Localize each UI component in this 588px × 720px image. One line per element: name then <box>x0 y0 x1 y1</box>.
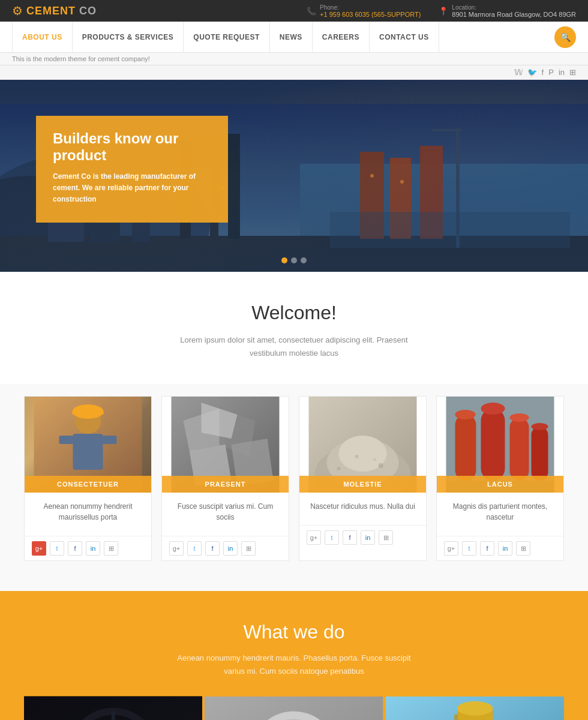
nav-quote-request[interactable]: QUOTE REQUEST <box>184 22 270 53</box>
phone-label: Phone: <box>320 4 421 11</box>
top-bar: ⚙ CEMENT CO 📞 Phone: +1 959 603 6035 (56… <box>0 0 588 22</box>
card-3-twitter-icon[interactable]: t <box>325 530 339 545</box>
card-4-image: LACUS <box>437 397 563 493</box>
card-2-label: PRAESENT <box>162 476 289 493</box>
card-1-twitter-icon[interactable]: t <box>50 541 64 556</box>
location-icon: 📍 <box>439 7 448 16</box>
card-2-twitter-icon[interactable]: t <box>187 541 202 556</box>
what-we-do-title: What we do <box>24 621 564 643</box>
card-3-facebook-icon[interactable]: f <box>343 530 357 545</box>
portfolio-item-2[interactable] <box>205 696 383 720</box>
hero-title: Builders know our product <box>53 130 211 164</box>
logo-text: CEMENT CO <box>26 5 97 17</box>
svg-point-46 <box>481 403 505 415</box>
hero-dot-1[interactable] <box>281 257 287 263</box>
svg-rect-15 <box>432 129 462 131</box>
card-3-image: MOLESTIE <box>299 397 426 493</box>
svg-rect-26 <box>59 436 74 444</box>
ticker-bar: This is the modern theme for cement comp… <box>0 53 588 65</box>
card-2-gplus-icon[interactable]: g+ <box>169 541 184 556</box>
svg-rect-45 <box>481 409 505 481</box>
ticker-text: This is the modern theme for cement comp… <box>12 55 150 62</box>
portfolio-grid: Praesent vestibulum Lorem ipsum dolor si… <box>24 696 564 720</box>
svg-rect-43 <box>455 415 476 481</box>
what-we-do-subtitle: Aenean nonummy hendrerit mauris. Phasell… <box>24 652 564 678</box>
card-3: MOLESTIE Nascetur ridiculus mus. Nulla d… <box>299 396 427 561</box>
logo[interactable]: ⚙ CEMENT CO <box>12 4 97 18</box>
portfolio-item-1-overlay: Praesent vestibulum Lorem ipsum dolor si… <box>24 696 202 720</box>
gear-icon: ⚙ <box>12 4 23 18</box>
hero-description: Cement Co is the leading manufacturer of… <box>53 171 211 206</box>
location-address: 8901 Marmora Road Glasgow, DO4 89GR <box>452 11 576 18</box>
svg-rect-47 <box>510 418 529 481</box>
nav-careers[interactable]: CAREERS <box>313 22 370 53</box>
card-3-gplus-icon[interactable]: g+ <box>307 530 321 545</box>
card-4-gplus-icon[interactable]: g+ <box>444 541 458 556</box>
card-1-linkedin-icon[interactable]: in <box>86 541 100 556</box>
card-4-linkedin-icon[interactable]: in <box>498 541 512 556</box>
card-4-facebook-icon[interactable]: f <box>480 541 494 556</box>
svg-rect-80 <box>454 715 458 720</box>
search-button[interactable]: 🔍 <box>554 26 576 48</box>
cards-section: CONSECTETUER Aenean nonummy hendrerit ma… <box>0 384 588 591</box>
portfolio-item-1[interactable]: Praesent vestibulum Lorem ipsum dolor si… <box>24 696 202 720</box>
card-3-linkedin-icon[interactable]: in <box>361 530 375 545</box>
social-rss-icon[interactable]: ⊞ <box>569 68 576 77</box>
nav-contact-us[interactable]: CONTACT US <box>370 22 439 53</box>
card-4-label: LACUS <box>437 476 563 493</box>
nav-bar: ABOUT US PRODUCTS & SERVICES QUOTE REQUE… <box>0 22 588 53</box>
card-1-label: CONSECTETUER <box>25 476 151 493</box>
card-2: PRAESENT Fusce suscipit varius mi. Cum s… <box>161 396 289 561</box>
social-facebook-icon[interactable]: f <box>542 68 544 77</box>
card-2-linkedin-icon[interactable]: in <box>223 541 238 556</box>
portfolio-item-2-svg <box>205 696 383 720</box>
social-pinterest-icon[interactable]: P <box>548 68 554 77</box>
svg-point-41 <box>374 458 376 461</box>
svg-point-38 <box>337 467 341 470</box>
phone-number: +1 959 603 6035 (565-SUPPORT) <box>320 11 421 18</box>
social-bar: 𝕎 🐦 f P in ⊞ <box>0 65 588 80</box>
card-2-body: Fusce suscipit varius mi. Cum sociis <box>162 493 289 536</box>
card-3-body: Nascetur ridiculus mus. Nulla dui <box>299 493 426 525</box>
card-1-image: CONSECTETUER <box>25 397 151 493</box>
card-4-rss-icon[interactable]: ⊞ <box>516 541 530 556</box>
svg-point-39 <box>379 463 383 468</box>
hero-dot-2[interactable] <box>291 257 297 263</box>
hero-dot-3[interactable] <box>301 257 307 263</box>
what-we-do-section: What we do Aenean nonummy hendrerit maur… <box>0 591 588 720</box>
card-4-twitter-icon[interactable]: t <box>462 541 476 556</box>
portfolio-item-3[interactable] <box>386 696 564 720</box>
card-3-rss-icon[interactable]: ⊞ <box>379 530 393 545</box>
card-1-facebook-icon[interactable]: f <box>68 541 82 556</box>
nav-news[interactable]: NEWS <box>270 22 313 53</box>
card-4-body: Magnis dis parturient montes, nascetur <box>437 493 563 536</box>
top-bar-contact: 📞 Phone: +1 959 603 6035 (565-SUPPORT) 📍… <box>307 4 576 18</box>
svg-point-48 <box>510 413 529 422</box>
svg-point-40 <box>355 455 359 458</box>
svg-point-18 <box>370 174 374 178</box>
location-info: 📍 Location: 8901 Marmora Road Glasgow, D… <box>439 4 576 18</box>
card-1-rss-icon[interactable]: ⊞ <box>104 541 118 556</box>
svg-rect-49 <box>532 427 548 481</box>
card-4-social: g+ t f in ⊞ <box>437 536 563 560</box>
card-2-image: PRAESENT <box>162 397 289 493</box>
svg-point-44 <box>455 410 476 419</box>
card-1-social: g+ t f in ⊞ <box>25 536 151 560</box>
social-twitter-icon[interactable]: 🐦 <box>527 68 537 77</box>
card-2-facebook-icon[interactable]: f <box>205 541 220 556</box>
hero-overlay: Builders know our product Cement Co is t… <box>36 116 228 223</box>
card-1-gplus-icon[interactable]: g+ <box>32 541 46 556</box>
card-2-rss-icon[interactable]: ⊞ <box>241 541 256 556</box>
card-1-body: Aenean nonummy hendrerit maurissellus po… <box>25 493 151 536</box>
social-weibo-icon[interactable]: 𝕎 <box>514 68 523 77</box>
location-label: Location: <box>452 4 576 11</box>
card-2-social: g+ t f in ⊞ <box>162 536 289 560</box>
social-linkedin-icon[interactable]: in <box>559 68 565 77</box>
welcome-title: Welcome! <box>12 302 576 324</box>
card-3-description: Nascetur ridiculus mus. Nulla dui <box>307 501 419 512</box>
cards-grid: CONSECTETUER Aenean nonummy hendrerit ma… <box>24 396 564 561</box>
portfolio-item-3-svg <box>386 696 564 720</box>
hero-dots <box>281 257 307 263</box>
nav-about-us[interactable]: ABOUT US <box>12 22 73 53</box>
nav-products-services[interactable]: PRODUCTS & SERVICES <box>73 22 184 53</box>
